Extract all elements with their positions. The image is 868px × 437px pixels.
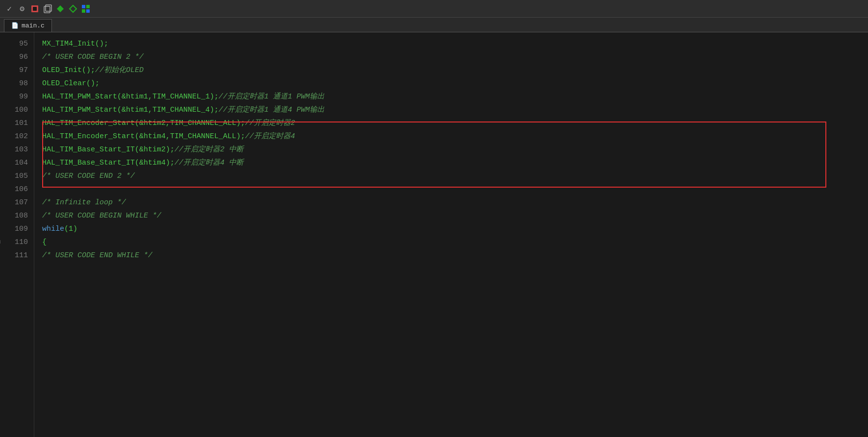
grid-icon[interactable] [80,3,91,14]
line-number-111: 111 [4,249,28,262]
editor: 9596979899100101102103104105106107108109… [0,32,868,437]
code-line-107: /* Infinite loop */ [42,196,868,209]
code-line-97: OLED_Init(); //初始化OLED [42,64,868,77]
line-number-105: 105 [4,170,28,183]
line-number-104: 104 [4,156,28,170]
line-number-96: 96 [4,50,28,64]
svg-rect-2 [44,6,50,13]
line-number-110: 110 [4,236,28,249]
tab-bar: 📄 main.c [0,18,868,32]
line-number-103: 103 [4,143,28,156]
code-line-103: HAL_TIM_Base_Start_IT(&htim2); //开启定时器2 … [42,143,868,156]
svg-rect-8 [82,9,85,13]
code-line-99: HAL_TIM_PWM_Start(&htim1,TIM_CHANNEL_1);… [42,90,868,103]
code-line-100: HAL_TIM_PWM_Start(&htim1,TIM_CHANNEL_4);… [42,103,868,117]
svg-marker-4 [57,5,64,12]
line-number-99: 99 [4,90,28,103]
code-line-111: /* USER CODE END WHILE */ [42,249,868,262]
code-panel[interactable]: MX_TIM4_Init(); /* USER CODE BEGIN 2 */ … [34,32,868,437]
line-number-95: 95 [4,37,28,50]
svg-rect-3 [46,5,51,11]
main-c-tab[interactable]: 📄 main.c [4,19,52,32]
code-line-106 [42,183,868,196]
line-number-100: 100 [4,103,28,117]
settings-icon[interactable]: ⚙ [17,3,27,14]
line-number-109: 109 [4,222,28,236]
code-line-98: OLED_Clear(); [42,77,868,90]
code-line-102: HAL_TIM_Encoder_Start(&htim4,TIM_CHANNEL… [42,130,868,143]
user-icon[interactable] [29,3,40,14]
code-line-96: /* USER CODE BEGIN 2 */ [42,50,868,64]
code-line-110: { [42,236,868,249]
diamond1-icon[interactable] [55,3,66,14]
svg-rect-9 [86,9,90,13]
code-line-95: MX_TIM4_Init(); [42,37,868,50]
toolbar: ✓ ⚙ [0,0,868,18]
line-number-102: 102 [4,130,28,143]
line-number-108: 108 [4,209,28,222]
svg-rect-7 [86,5,90,8]
code-line-104: HAL_TIM_Base_Start_IT(&htim4); //开启定时器4 … [42,156,868,170]
svg-rect-1 [33,7,37,11]
copy-icon[interactable] [42,3,53,14]
line-number-107: 107 [4,196,28,209]
code-line-105: /* USER CODE END 2 */ [42,170,868,183]
tab-label: main.c [22,22,45,29]
line-number-97: 97 [4,64,28,77]
svg-marker-5 [70,5,76,12]
check-icon[interactable]: ✓ [4,3,15,14]
file-icon: 📄 [11,22,19,29]
code-line-101: HAL_TIM_Encoder_Start(&htim2,TIM_CHANNEL… [42,117,868,130]
code-container: MX_TIM4_Init(); /* USER CODE BEGIN 2 */ … [42,37,868,262]
line-numbers-panel: 9596979899100101102103104105106107108109… [0,32,34,437]
code-line-108: /* USER CODE BEGIN WHILE */ [42,209,868,222]
line-number-98: 98 [4,77,28,90]
line-number-101: 101 [4,117,28,130]
code-line-109: while (1) [42,222,868,236]
line-number-106: 106 [4,183,28,196]
svg-rect-6 [82,5,85,8]
diamond2-icon[interactable] [68,3,78,14]
